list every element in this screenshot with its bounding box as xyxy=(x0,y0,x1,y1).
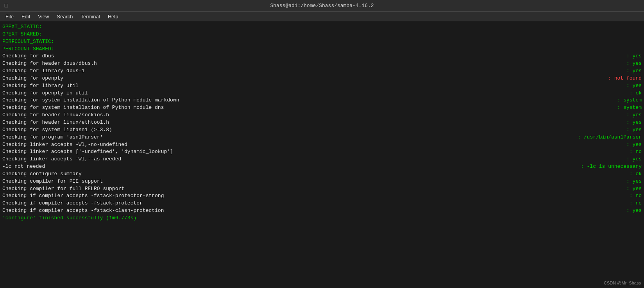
terminal-line: Checking if compiler accepts -fstack-pro… xyxy=(2,200,642,207)
line-spacer xyxy=(164,192,629,200)
line-left: Checking linker accepts ['-undefined', '… xyxy=(2,148,173,156)
line-right: : system xyxy=(617,104,642,112)
line-right: : yes xyxy=(626,112,642,119)
terminal-line: Checking for openpty in util: ok xyxy=(2,90,642,97)
line-right: : yes xyxy=(626,185,642,193)
line-right: : yes xyxy=(626,53,642,60)
line-right: : yes xyxy=(626,156,642,163)
line-left: Checking for system installation of Pyth… xyxy=(2,97,179,104)
line-right: : yes xyxy=(626,126,642,134)
line-left: Checking compiler for full RELRO support xyxy=(2,185,124,193)
line-left: Checking for header linux/sockios.h xyxy=(2,112,109,119)
line-spacer xyxy=(173,148,630,156)
terminal-line: GPEXT_SHARED: xyxy=(2,31,642,38)
line-left: Checking for openpty in util xyxy=(2,90,88,97)
line-left: Checking for system installation of Pyth… xyxy=(2,104,164,112)
terminal-line: Checking compiler for full RELRO support… xyxy=(2,185,642,193)
terminal-line: Checking linker accepts -Wl,--as-needed:… xyxy=(2,156,642,163)
terminal-line: Checking compiler for PIE support: yes xyxy=(2,178,642,185)
line-left: Checking if compiler accepts -fstack-pro… xyxy=(2,200,143,207)
terminal-line: 'configure' finished successfully (1m6.7… xyxy=(2,215,642,222)
line-spacer xyxy=(179,97,617,104)
line-left: PERFCOUNT_SHARED: xyxy=(2,46,54,53)
terminal-line: Checking for system installation of Pyth… xyxy=(2,104,642,112)
menu-item-file[interactable]: File xyxy=(2,13,18,20)
line-spacer xyxy=(112,126,626,134)
terminal-output: GPEXT_STATIC:GPEXT_SHARED:PERFCOUNT_STAT… xyxy=(0,22,644,288)
line-right: : yes xyxy=(626,141,642,149)
window-title: Shass@ad1:/home/Shass/samba-4.16.2 xyxy=(270,3,374,9)
line-right: : no xyxy=(630,192,642,200)
line-right: : yes xyxy=(626,178,642,185)
menu-item-view[interactable]: View xyxy=(34,13,53,20)
line-spacer xyxy=(127,141,626,149)
line-spacer xyxy=(164,207,626,215)
line-right: : yes xyxy=(626,60,642,68)
line-right: : no xyxy=(630,148,642,156)
line-spacer xyxy=(103,178,626,185)
line-right: : not found xyxy=(608,75,642,82)
line-left: Checking for dbus xyxy=(2,53,54,60)
line-right: : yes xyxy=(626,207,642,215)
line-left: Checking for openpty xyxy=(2,75,63,82)
line-left: Checking compiler for PIE support xyxy=(2,178,103,185)
menu-item-edit[interactable]: Edit xyxy=(18,13,34,20)
terminal-line: PERFCOUNT_STATIC: xyxy=(2,38,642,46)
terminal-line: Checking for openpty: not found xyxy=(2,75,642,82)
line-right: : yes xyxy=(626,68,642,75)
line-right: : -lc is unnecessary xyxy=(581,163,642,171)
line-spacer xyxy=(54,53,626,60)
line-right: : ok xyxy=(630,171,642,178)
titlebar: □ Shass@ad1:/home/Shass/samba-4.16.2 xyxy=(0,0,644,12)
terminal-line: Checking configure summary: ok xyxy=(2,171,642,178)
terminal-line: Checking for program 'asn1Parser': /usr/… xyxy=(2,134,642,141)
line-left: -lc not needed xyxy=(2,163,45,171)
line-spacer xyxy=(109,119,626,126)
line-left: Checking linker accepts -Wl,--as-needed xyxy=(2,156,121,163)
terminal-line: Checking linker accepts -Wl,-no-undefine… xyxy=(2,141,642,149)
line-spacer xyxy=(124,185,626,193)
line-left: Checking linker accepts -Wl,-no-undefine… xyxy=(2,141,127,149)
line-left: Checking if compiler accepts -fstack-pro… xyxy=(2,192,164,200)
terminal-line: Checking for header dbus/dbus.h: yes xyxy=(2,60,642,68)
line-spacer xyxy=(63,75,608,82)
line-spacer xyxy=(121,156,626,163)
menu-item-terminal[interactable]: Terminal xyxy=(77,13,104,20)
menu-item-help[interactable]: Help xyxy=(104,13,122,20)
line-left: Checking for header linux/ethtool.h xyxy=(2,119,109,126)
window-icon: □ xyxy=(2,2,10,10)
line-left: 'configure' finished successfully (1m6.7… xyxy=(2,215,136,222)
menu-item-search[interactable]: Search xyxy=(53,13,77,20)
line-spacer xyxy=(79,82,626,90)
terminal-line: Checking if compiler accepts -fstack-cla… xyxy=(2,207,642,215)
line-left: Checking for library dbus-1 xyxy=(2,68,85,75)
terminal-line: GPEXT_STATIC: xyxy=(2,23,642,31)
watermark: CSDN @Mr_Shass xyxy=(604,280,641,286)
terminal-line: Checking for system libtasn1 (>=3.8): ye… xyxy=(2,126,642,134)
line-left: Checking for library util xyxy=(2,82,79,90)
terminal-line: PERFCOUNT_SHARED: xyxy=(2,46,642,53)
line-spacer xyxy=(103,134,578,141)
menubar: FileEditViewSearchTerminalHelp xyxy=(0,12,644,22)
line-left: Checking for program 'asn1Parser' xyxy=(2,134,103,141)
line-spacer xyxy=(45,163,581,171)
line-right: : system xyxy=(617,97,642,104)
terminal-line: -lc not needed: -lc is unnecessary xyxy=(2,163,642,171)
line-left: PERFCOUNT_STATIC: xyxy=(2,38,54,46)
line-left: GPEXT_SHARED: xyxy=(2,31,42,38)
line-spacer xyxy=(143,200,630,207)
line-right: : /usr/bin/asn1Parser xyxy=(578,134,642,141)
line-left: Checking if compiler accepts -fstack-cla… xyxy=(2,207,164,215)
terminal-line: Checking if compiler accepts -fstack-pro… xyxy=(2,192,642,200)
terminal-line: Checking for header linux/ethtool.h: yes xyxy=(2,119,642,126)
line-spacer xyxy=(109,112,626,119)
line-spacer xyxy=(85,68,626,75)
terminal-line: Checking for header linux/sockios.h: yes xyxy=(2,112,642,119)
line-left: Checking for system libtasn1 (>=3.8) xyxy=(2,126,112,134)
line-right: : yes xyxy=(626,82,642,90)
line-right: : yes xyxy=(626,119,642,126)
line-left: Checking configure summary xyxy=(2,171,82,178)
line-spacer xyxy=(82,171,630,178)
line-left: GPEXT_STATIC: xyxy=(2,23,42,31)
line-right: : ok xyxy=(630,90,642,97)
